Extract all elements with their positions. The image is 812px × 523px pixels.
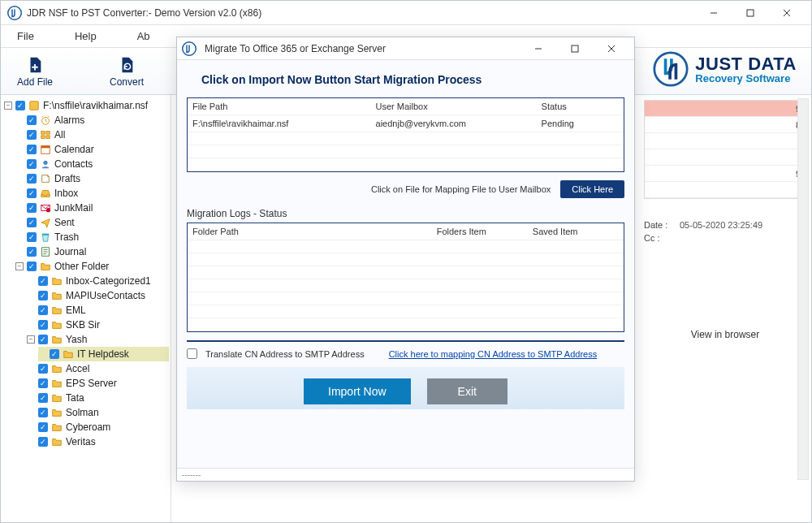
- tree-item[interactable]: ✓Cyberoam: [27, 420, 169, 434]
- checkbox-icon[interactable]: ✓: [27, 203, 37, 213]
- checkbox-icon[interactable]: ✓: [38, 364, 48, 374]
- menu-file[interactable]: File: [17, 30, 34, 42]
- tree-item[interactable]: ✓Drafts: [15, 171, 169, 186]
- checkbox-icon[interactable]: ✓: [27, 174, 37, 184]
- tree-item[interactable]: ✓Inbox-Categorized1: [27, 274, 169, 288]
- expander-icon: [27, 423, 35, 431]
- click-here-button[interactable]: Click Here: [560, 180, 624, 198]
- tree-item[interactable]: ✓MAPIUseContacts: [27, 288, 169, 303]
- checkbox-icon[interactable]: ✓: [38, 291, 48, 300]
- checkbox-icon[interactable]: ✓: [38, 393, 48, 403]
- expander-icon[interactable]: −: [15, 262, 24, 270]
- tree-item[interactable]: ✓SKB Sir: [27, 318, 169, 332]
- tree-item-label: SKB Sir: [66, 318, 100, 332]
- tree-item[interactable]: ✓Contacts: [15, 157, 169, 171]
- translate-cn-checkbox[interactable]: [187, 348, 197, 359]
- tree-item-label: All: [54, 128, 65, 142]
- menu-about-truncated[interactable]: Ab: [137, 30, 150, 42]
- convert-label: Convert: [110, 76, 144, 88]
- logs-label: Migration Logs - Status: [187, 208, 624, 219]
- tree-item-label: MAPIUseContacts: [66, 288, 145, 303]
- close-button[interactable]: [768, 1, 805, 25]
- expander-icon: [15, 218, 24, 227]
- tree-item[interactable]: ✓Solman: [27, 405, 169, 420]
- dialog-minimize-button[interactable]: [520, 37, 556, 61]
- checkbox-icon[interactable]: ✓: [50, 349, 59, 359]
- maximize-button[interactable]: [732, 1, 768, 25]
- checkbox-icon[interactable]: ✓: [38, 408, 48, 417]
- tree-item-label: JunkMail: [54, 201, 93, 215]
- exit-button[interactable]: Exit: [427, 378, 508, 404]
- dialog-close-button[interactable]: [593, 37, 629, 61]
- alarm-icon: [40, 115, 51, 126]
- checkbox-icon[interactable]: ✓: [27, 130, 37, 140]
- checkbox-icon[interactable]: ✓: [38, 422, 48, 432]
- tree-item[interactable]: ✓Calendar: [15, 142, 169, 157]
- tree-item[interactable]: ✓All: [15, 128, 169, 142]
- checkbox-icon[interactable]: ✓: [38, 305, 48, 315]
- checkbox-icon[interactable]: ✓: [38, 335, 48, 344]
- import-now-button[interactable]: Import Now: [304, 378, 411, 404]
- checkbox-icon[interactable]: ✓: [38, 320, 48, 330]
- tree-item[interactable]: ✓Accel: [27, 361, 169, 376]
- expander-icon[interactable]: −: [27, 335, 35, 344]
- translate-cn-link[interactable]: Click here to mapping CN Address to SMTP…: [389, 349, 598, 359]
- tree-item[interactable]: ✓Veritas: [27, 434, 169, 449]
- preview-row[interactable]: 9: [645, 166, 806, 182]
- checkbox-icon[interactable]: ✓: [38, 437, 48, 447]
- tree-item[interactable]: ✓Inbox: [15, 186, 169, 201]
- tree-item[interactable]: −✓Other Folder: [15, 259, 169, 274]
- preview-row[interactable]: 9: [645, 101, 806, 117]
- preview-row[interactable]: [645, 149, 806, 166]
- add-file-label: Add File: [17, 76, 53, 88]
- tree-item[interactable]: ✓IT Helpdesk: [38, 347, 169, 361]
- menu-help[interactable]: Help: [75, 30, 97, 42]
- folder-icon: [51, 305, 63, 316]
- checkbox-icon[interactable]: ✓: [27, 115, 37, 125]
- view-in-browser-link[interactable]: View in browser: [644, 329, 806, 340]
- tree-item-label: EPS Server: [66, 376, 117, 391]
- tree-root[interactable]: − ✓ F:\nsffile\ravikhaimar.nsf: [4, 98, 169, 113]
- preview-row[interactable]: 8: [645, 117, 806, 133]
- preview-row[interactable]: [645, 182, 806, 198]
- checkbox-icon[interactable]: ✓: [27, 262, 37, 271]
- dialog-maximize-button[interactable]: [556, 37, 593, 61]
- translate-cn-label[interactable]: Translate CN Address to SMTP Address: [205, 349, 365, 359]
- svg-rect-6: [30, 102, 39, 110]
- tree-item[interactable]: ✓Journal: [15, 244, 169, 259]
- tree-item-label: Cyberoam: [66, 420, 110, 434]
- preview-row[interactable]: [645, 133, 806, 149]
- tree-item[interactable]: ✓Sent: [15, 215, 169, 230]
- checkbox-icon[interactable]: ✓: [15, 101, 25, 110]
- tree-item[interactable]: −✓Yash: [27, 332, 169, 347]
- folder-icon: [51, 334, 63, 345]
- tree-item[interactable]: ✓Tata: [27, 391, 169, 405]
- checkbox-icon[interactable]: ✓: [27, 218, 37, 227]
- checkbox-icon[interactable]: ✓: [38, 276, 48, 286]
- add-file-button[interactable]: Add File: [17, 55, 53, 88]
- expander-icon[interactable]: −: [4, 102, 12, 110]
- tree-item[interactable]: ✓Trash: [15, 230, 169, 244]
- checkbox-icon[interactable]: ✓: [27, 145, 37, 154]
- expander-icon: [27, 365, 35, 373]
- folder-icon: [51, 275, 63, 287]
- checkbox-icon[interactable]: ✓: [27, 247, 37, 257]
- convert-button[interactable]: Convert: [110, 55, 144, 88]
- checkbox-icon[interactable]: ✓: [27, 232, 37, 242]
- checkbox-icon[interactable]: ✓: [27, 188, 37, 198]
- tree-item[interactable]: ✓EPS Server: [27, 376, 169, 391]
- scrollbar-vertical[interactable]: [797, 98, 809, 480]
- tree-item[interactable]: ✓EML: [27, 303, 169, 318]
- checkbox-icon[interactable]: ✓: [38, 378, 48, 388]
- tree-item[interactable]: ✓JunkMail: [15, 201, 169, 215]
- folder-tree[interactable]: − ✓ F:\nsffile\ravikhaimar.nsf ✓Alarms✓A…: [1, 95, 171, 522]
- checkbox-icon[interactable]: ✓: [27, 159, 37, 169]
- brand-subtitle: Recovery Software: [695, 73, 797, 84]
- migration-logs-table[interactable]: Folder Path Folders Item Saved Item: [187, 223, 624, 332]
- preview-list[interactable]: 9 8 9: [644, 100, 806, 199]
- table-row[interactable]: F:\nsffile\ravikhaimar.nsf aiednjb@veryk…: [188, 115, 624, 132]
- tree-item[interactable]: ✓Alarms: [15, 113, 169, 128]
- file-mapping-table[interactable]: File Path User Mailbox Status F:\nsffile…: [187, 97, 624, 172]
- dialog-icon: [182, 41, 197, 56]
- minimize-button[interactable]: [695, 1, 732, 25]
